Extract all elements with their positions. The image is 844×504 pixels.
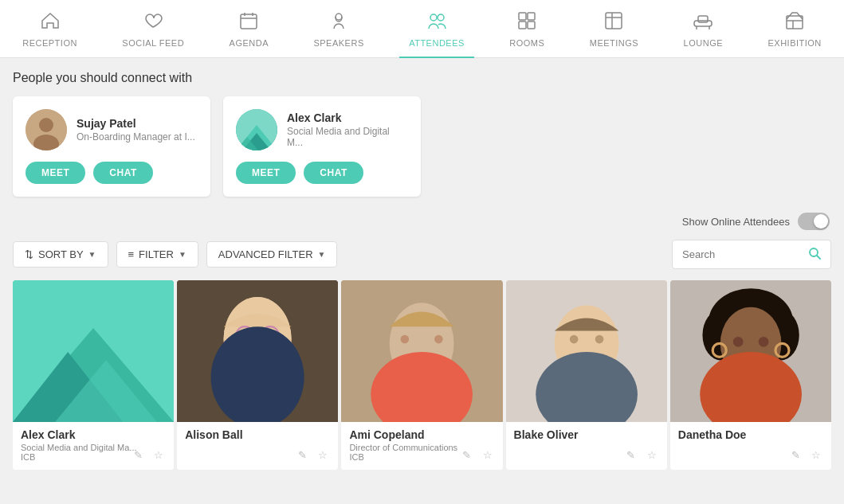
svg-line-29: [817, 256, 820, 259]
social-feed-icon: [142, 10, 164, 35]
svg-point-48: [569, 335, 578, 344]
alex-chat-button[interactable]: CHAT: [304, 162, 363, 184]
online-toggle-switch[interactable]: [798, 213, 830, 230]
svg-point-58: [758, 337, 768, 347]
nav-label-lounge: LOUNGE: [684, 38, 723, 48]
attendee-card-alison-ball: Alison Ball ✎ ☆: [177, 280, 338, 470]
attendee-card-danetha-doe: Danetha Doe ✎ ☆: [670, 280, 831, 470]
edit-icon-ami-copeland[interactable]: ✎: [458, 446, 476, 463]
advanced-filter-label: ADVANCED FILTER: [218, 248, 313, 260]
svg-rect-9: [519, 21, 526, 29]
meetings-icon: [603, 10, 625, 35]
nav-label-rooms: ROOMS: [509, 38, 544, 48]
nav-item-lounge[interactable]: LOUNGE: [674, 6, 732, 51]
nav-item-reception[interactable]: RECEPTION: [13, 6, 87, 51]
sujay-meet-button[interactable]: MEET: [26, 162, 85, 184]
nav-item-rooms[interactable]: ROOMS: [500, 6, 554, 51]
filter-label: FILTER: [139, 248, 174, 260]
nav-label-agenda: AGENDA: [230, 38, 269, 48]
top-navigation: RECEPTION SOCIAL FEED AGENDA: [0, 0, 844, 58]
sort-by-button[interactable]: ⇅ SORT BY ▼: [13, 241, 108, 268]
sujay-name: Sujay Patel: [77, 117, 195, 130]
attendee-photo-blake-oliver: [506, 280, 667, 422]
alex-meet-button[interactable]: MEET: [236, 162, 296, 184]
sujay-role: On-Boarding Manager at I...: [77, 131, 195, 143]
edit-icon-alex-clark[interactable]: ✎: [129, 446, 147, 463]
exhibition-icon: [783, 10, 806, 35]
svg-rect-14: [694, 21, 712, 26]
svg-point-43: [401, 335, 410, 344]
sort-icon: ⇅: [25, 248, 33, 260]
star-icon-alison-ball[interactable]: ☆: [314, 446, 332, 463]
alex-name: Alex Clark: [287, 111, 408, 124]
svg-rect-10: [528, 21, 535, 29]
attendee-name-blake-oliver: Blake Oliver: [514, 428, 659, 441]
attendee-photo-ami-copeland: [341, 280, 502, 422]
attendee-grid: Alex Clark Social Media and Digital Ma..…: [13, 280, 831, 470]
star-icon-danetha-doe[interactable]: ☆: [807, 446, 825, 463]
agenda-icon: [237, 10, 260, 35]
suggestion-cards-container: Sujay Patel On-Boarding Manager at I... …: [13, 96, 831, 197]
filter-button[interactable]: ≡ FILTER ▼: [116, 241, 198, 268]
sujay-chat-button[interactable]: CHAT: [93, 162, 152, 184]
attendee-photo-alison-ball: [177, 280, 338, 422]
attendee-name-alison-ball: Alison Ball: [185, 428, 330, 441]
attendee-card-ami-copeland: Ami Copeland Director of Communications …: [341, 280, 502, 470]
nav-item-agenda[interactable]: AGENDA: [220, 6, 278, 51]
card-actions-alex: MEET CHAT: [236, 162, 408, 184]
svg-point-44: [434, 335, 443, 344]
attendees-icon: [426, 10, 448, 35]
filter-icon: ≡: [128, 248, 135, 260]
nav-item-exhibition[interactable]: EXHIBITION: [758, 6, 830, 51]
toggle-knob: [814, 214, 828, 229]
nav-label-reception: RECEPTION: [22, 38, 77, 48]
lounge-icon: [692, 10, 714, 35]
advanced-filter-button[interactable]: ADVANCED FILTER ▼: [206, 241, 338, 268]
star-icon-ami-copeland[interactable]: ☆: [479, 446, 497, 463]
online-toggle-label: Show Online Attendees: [682, 216, 790, 228]
star-icon-blake-oliver[interactable]: ☆: [643, 446, 661, 463]
nav-label-social-feed: SOCIAL FEED: [122, 38, 184, 48]
attendee-actions-ami-copeland: ✎ ☆: [458, 446, 497, 463]
attendee-card-blake-oliver: Blake Oliver ✎ ☆: [506, 280, 667, 470]
advanced-filter-arrow-icon: ▼: [318, 250, 326, 259]
nav-item-attendees[interactable]: ATTENDEES: [399, 6, 474, 51]
attendee-card-alex-clark: Alex Clark Social Media and Digital Ma..…: [13, 280, 174, 470]
edit-icon-danetha-doe[interactable]: ✎: [787, 446, 804, 463]
main-content: People you should connect with Sujay Pat…: [0, 58, 844, 470]
attendee-actions-danetha-doe: ✎ ☆: [787, 446, 825, 463]
avatar-alex: [236, 109, 277, 150]
suggestion-card-sujay: Sujay Patel On-Boarding Manager at I... …: [13, 96, 210, 197]
svg-point-49: [595, 335, 603, 344]
nav-item-meetings[interactable]: MEETINGS: [580, 6, 648, 51]
section-title: People you should connect with: [13, 71, 831, 85]
card-actions-sujay: MEET CHAT: [26, 162, 198, 184]
star-icon-alex-clark[interactable]: ☆: [150, 446, 167, 463]
svg-rect-7: [519, 13, 526, 20]
svg-rect-18: [787, 16, 803, 29]
online-toggle-row: Show Online Attendees: [13, 213, 831, 230]
attendee-name-danetha-doe: Danetha Doe: [678, 428, 823, 441]
speakers-icon: [328, 10, 350, 35]
svg-rect-15: [698, 16, 708, 22]
search-input[interactable]: [682, 248, 802, 260]
filter-arrow-icon: ▼: [179, 250, 186, 259]
edit-icon-blake-oliver[interactable]: ✎: [622, 446, 640, 463]
attendee-name-ami-copeland: Ami Copeland: [349, 428, 494, 441]
attendee-actions-blake-oliver: ✎ ☆: [622, 446, 661, 463]
card-info-alex: Alex Clark Social Media and Digital M...: [287, 111, 408, 148]
suggestion-card-alex: Alex Clark Social Media and Digital M...…: [223, 96, 421, 197]
svg-point-6: [438, 14, 444, 21]
nav-item-social-feed[interactable]: SOCIAL FEED: [112, 6, 194, 51]
nav-label-attendees: ATTENDEES: [409, 38, 465, 48]
card-info-sujay: Sujay Patel On-Boarding Manager at I...: [77, 117, 195, 143]
svg-rect-8: [528, 13, 535, 20]
nav-item-speakers[interactable]: SPEAKERS: [304, 6, 373, 51]
rooms-icon: [516, 10, 538, 35]
edit-icon-alison-ball[interactable]: ✎: [293, 446, 311, 463]
nav-label-speakers: SPEAKERS: [313, 38, 363, 48]
alex-role: Social Media and Digital M...: [287, 126, 408, 148]
reception-icon: [39, 10, 61, 35]
svg-rect-0: [241, 14, 257, 29]
attendee-actions-alex-clark: ✎ ☆: [129, 446, 167, 463]
